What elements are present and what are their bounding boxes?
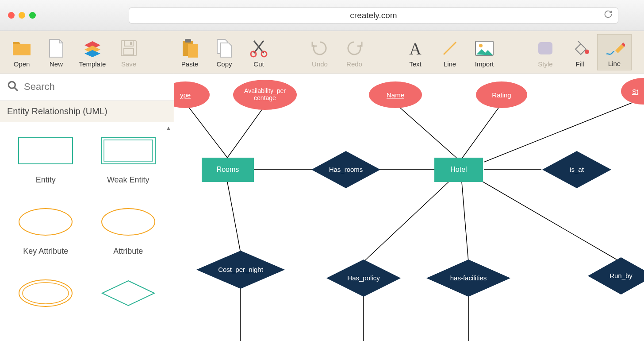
rel-has-facilities[interactable]: has-facilities [450,274,487,282]
copy-icon [215,38,233,58]
svg-point-7 [251,51,256,57]
save-button[interactable]: Save [111,34,146,70]
rel-run-by[interactable]: Run_by [610,272,632,279]
svg-rect-17 [19,137,73,164]
svg-rect-3 [124,49,134,55]
entity-rooms[interactable]: Rooms [217,166,239,173]
diagram-canvas[interactable]: ype Availability_percentage Name Rating … [174,74,644,341]
svg-line-24 [185,103,227,158]
browser-chrome: creately.com [0,0,644,31]
import-button[interactable]: Import [467,34,502,70]
copy-button[interactable]: Copy [207,34,242,70]
cut-button[interactable]: Cut [242,34,276,70]
maximize-window-button[interactable] [29,12,36,19]
open-button[interactable]: Open [4,34,39,70]
svg-rect-6 [188,44,198,58]
rel-has-policy[interactable]: Has_policy [347,274,380,282]
undo-button[interactable]: Undo [303,34,337,70]
svg-rect-19 [104,140,153,161]
svg-line-16 [14,87,18,91]
svg-text:A: A [409,39,422,57]
attribute-st[interactable]: St [632,88,639,95]
pencil-icon [604,38,625,58]
paste-icon [181,38,199,58]
multivalued-attribute-shape-icon [17,278,74,308]
weak-entity-shape-icon [100,136,157,166]
rel-is-at[interactable]: is_at [570,166,584,173]
svg-point-15 [8,81,15,88]
svg-point-14 [585,50,589,54]
style-icon [536,38,555,58]
cut-icon [249,38,268,58]
new-button[interactable]: New [39,34,73,70]
reload-icon[interactable] [604,10,613,21]
svg-point-22 [19,280,72,306]
template-icon [83,38,102,58]
text-icon: A [406,38,424,58]
address-bar[interactable]: creately.com [129,8,618,23]
svg-point-21 [102,209,155,235]
svg-line-29 [462,104,502,159]
attribute-name[interactable]: Name [387,91,404,99]
toolbar: Open New Template Save Paste Copy C [0,31,644,74]
url-text: creately.com [350,11,397,20]
redo-icon [345,38,363,58]
style-button[interactable]: Style [528,34,563,70]
svg-line-10 [444,42,456,54]
fill-button[interactable]: Fill [563,34,597,70]
svg-line-34 [364,182,448,262]
svg-point-12 [479,44,483,47]
shape-entity[interactable]: Entity [4,136,87,185]
attribute-rating[interactable]: Rating [492,91,511,99]
paste-button[interactable]: Paste [172,34,207,70]
svg-rect-18 [101,137,155,164]
minimize-window-button[interactable] [19,12,25,19]
search-row [0,74,174,100]
svg-line-25 [227,105,265,158]
er-diagram: ype Availability_percentage Name Rating … [174,74,644,341]
relationship-shape-icon [100,278,157,308]
import-icon [475,38,494,58]
section-header[interactable]: Entity Relationship (UML) [0,100,174,122]
search-input[interactable] [24,81,167,93]
save-icon [120,38,137,58]
svg-rect-5 [185,39,191,43]
rel-has-rooms[interactable]: Has_rooms [329,166,363,173]
shape-relationship[interactable] [87,278,170,308]
close-window-button[interactable] [8,12,15,19]
svg-line-30 [484,100,639,162]
shape-multivalued-attribute[interactable] [4,278,87,308]
svg-point-8 [261,51,267,57]
template-button[interactable]: Template [73,34,111,70]
svg-line-28 [395,104,457,159]
attribute-type[interactable]: ype [180,91,191,99]
entity-shape-icon [17,136,74,166]
new-document-icon [49,38,64,58]
shape-key-attribute[interactable]: Key Attribute [4,207,87,256]
redo-button[interactable]: Redo [337,34,372,70]
shape-panel: Entity Relationship (UML) ▲ Entity Weak … [0,74,174,341]
shape-weak-entity[interactable]: Weak Entity [87,136,170,185]
attribute-shape-icon [100,207,157,237]
workspace: Entity Relationship (UML) ▲ Entity Weak … [0,74,644,341]
fill-icon [570,38,590,58]
text-tool-button[interactable]: A Text [398,34,433,70]
rel-cost-per-night[interactable]: Cost_per_night [218,266,264,273]
svg-line-32 [227,182,241,253]
folder-icon [12,38,31,58]
svg-line-36 [462,182,468,262]
search-icon [7,80,19,93]
scroll-up-icon[interactable]: ▲ [166,125,171,131]
svg-point-23 [23,283,69,304]
undo-icon [311,38,329,58]
entity-hotel[interactable]: Hotel [450,166,467,173]
shape-list: ▲ Entity Weak Entity Key Attribute Attri… [0,122,174,341]
svg-rect-13 [538,42,552,54]
svg-point-20 [19,209,72,235]
line-style-button[interactable]: Line [597,34,632,70]
svg-rect-2 [130,42,132,45]
key-attribute-shape-icon [17,207,74,237]
line-icon [441,38,459,58]
shape-attribute[interactable]: Attribute [87,207,170,256]
line-tool-button[interactable]: Line [433,34,467,70]
